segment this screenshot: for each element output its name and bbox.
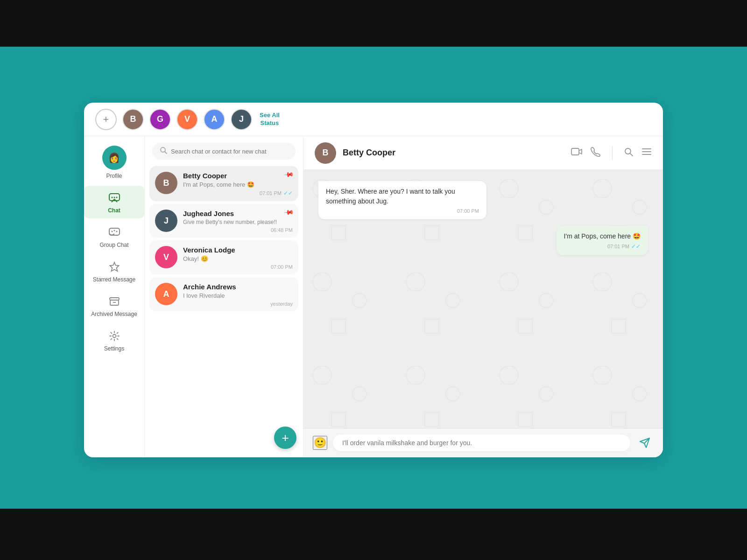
chat-time-veronica: 07:00 PM [183,264,293,270]
sidebar-label-group-chat: Group Chat [99,242,128,248]
search-bar [145,136,303,164]
chat-time-jughead: 06:48 PM [183,227,293,233]
status-avatar-4[interactable]: A [204,109,225,130]
archive-icon [107,294,122,309]
chat-info-jughead: Jughead Jones Give me Betty's new number… [183,210,293,233]
chat-time-betty: 07:01 PM ✓✓ [183,190,293,196]
chat-preview-jughead: Give me Betty's new number, please!! [183,219,293,225]
see-all-status-button[interactable]: See All Status [260,112,280,127]
svg-point-12 [113,335,116,338]
chat-time-text-betty: 07:01 PM [260,190,282,196]
phone-call-icon[interactable] [591,147,601,159]
sidebar-item-settings[interactable]: Settings [84,324,144,357]
status-avatar-5[interactable]: J [231,109,252,130]
status-bar: + B G V A J See All Status [84,103,663,136]
sidebar-item-archived[interactable]: Archived Message [84,289,144,322]
sidebar-label-settings: Settings [104,345,124,352]
profile-avatar: 👩 [102,146,127,170]
header-actions [571,146,652,160]
avatar-initials-1: B [123,110,143,129]
chat-avatar-initial-betty: B [155,172,177,194]
svg-point-2 [113,197,115,198]
message-input[interactable] [333,434,630,451]
chat-preview-archie: I love Riverdale [183,292,293,299]
menu-icon[interactable] [641,147,652,158]
svg-line-14 [165,152,167,154]
avatar-initials-3: V [177,110,197,129]
black-bar-top [0,0,747,47]
add-status-button[interactable]: + [95,109,117,130]
check-icon-betty: ✓✓ [283,190,293,196]
svg-rect-15 [571,148,579,155]
message-sent-1: I'm at Pops, come here 🤩 07:01 PM ✓✓ [557,226,648,255]
status-avatar-1[interactable]: B [122,109,144,130]
chat-items: B Betty Cooper I'm at Pops, come here 🤩 … [145,164,303,457]
chat-header: B Betty Cooper [303,136,663,170]
msg-check-2: ✓✓ [631,243,641,250]
chat-input-area: 🙂 [303,428,663,457]
see-all-label: See All [260,112,280,119]
chat-list-container: B Betty Cooper I'm at Pops, come here 🤩 … [145,164,303,457]
status-avatar-3[interactable]: V [176,109,198,130]
messages-area: Hey, Sher. Where are you? I want to talk… [303,170,663,428]
chat-info-betty: Betty Cooper I'm at Pops, come here 🤩 07… [183,172,293,196]
send-button[interactable] [636,434,654,452]
video-call-icon[interactable] [571,147,582,159]
sidebar-item-starred[interactable]: Starred Message [84,255,144,287]
chat-item-veronica[interactable]: V Veronica Lodge Okay! 😊 07:00 PM [149,240,298,274]
chat-preview-betty: I'm at Pops, come here 🤩 [183,181,293,188]
emoji-icon: 🙂 [314,437,326,448]
chat-avatar-initial-archie: A [155,283,177,305]
sidebar-label-chat: Chat [108,207,120,214]
svg-point-16 [625,148,631,154]
chat-item-archie[interactable]: A Archie Andrews I love Riverdale yester… [149,277,298,311]
sidebar-item-group-chat[interactable]: Group Chat [84,220,144,253]
chat-avatar-initial-jughead: J [155,210,177,232]
star-icon [107,259,122,274]
chat-info-archie: Archie Andrews I love Riverdale yesterda… [183,283,293,307]
black-bar-bottom [0,509,747,560]
chat-avatar-archie: A [155,283,177,305]
svg-marker-8 [110,262,119,271]
msg-text-1: Hey, Sher. Where are you? I want to talk… [326,187,479,206]
msg-meta-2: 07:01 PM ✓✓ [564,243,641,250]
chat-name-archie: Archie Andrews [183,283,293,291]
fab-plus-icon: + [282,431,289,445]
main-body: 👩 Profile Chat [84,136,663,457]
sidebar-label-profile: Profile [106,173,122,179]
chat-list-panel: B Betty Cooper I'm at Pops, come here 🤩 … [145,136,303,457]
app-card: + B G V A J See All Status [84,103,663,457]
chat-info-veronica: Veronica Lodge Okay! 😊 07:00 PM [183,246,293,270]
search-icon [160,147,167,156]
chat-header-name: Betty Cooper [343,148,564,158]
msg-meta-1: 07:00 PM [326,208,479,214]
chat-header-avatar: B [315,142,336,164]
svg-line-17 [630,154,633,156]
chat-avatar-veronica: V [155,246,177,268]
svg-point-5 [111,231,113,232]
status-label: Status [261,119,279,127]
chat-avatar-jughead: J [155,210,177,232]
chat-item-jughead[interactable]: J Jughead Jones Give me Betty's new numb… [149,204,298,238]
search-input[interactable] [171,148,288,155]
chat-name-jughead: Jughead Jones [183,210,293,217]
chat-name-veronica: Veronica Lodge [183,246,293,254]
emoji-button[interactable]: 🙂 [313,436,327,450]
chat-avatar-initial-veronica: V [155,246,177,268]
sidebar-item-chat[interactable]: Chat [84,186,144,218]
search-header-icon[interactable] [624,147,633,159]
plus-icon: + [103,113,109,126]
avatar-initials-4: A [204,110,224,129]
sidebar-nav: 👩 Profile Chat [84,136,145,457]
sidebar-item-profile[interactable]: 👩 Profile [84,141,144,184]
sidebar-label-starred: Starred Message [93,276,135,283]
chat-item-betty[interactable]: B Betty Cooper I'm at Pops, come here 🤩 … [149,166,298,201]
search-input-wrap [152,143,296,160]
avatar-initials-2: G [150,110,170,129]
new-chat-fab[interactable]: + [274,427,296,449]
outer-background: + B G V A J See All Status [0,0,747,560]
msg-text-2: I'm at Pops, come here 🤩 [564,231,641,241]
svg-point-1 [111,197,113,198]
sidebar-label-archived: Archived Message [91,311,137,317]
status-avatar-2[interactable]: G [149,109,171,130]
